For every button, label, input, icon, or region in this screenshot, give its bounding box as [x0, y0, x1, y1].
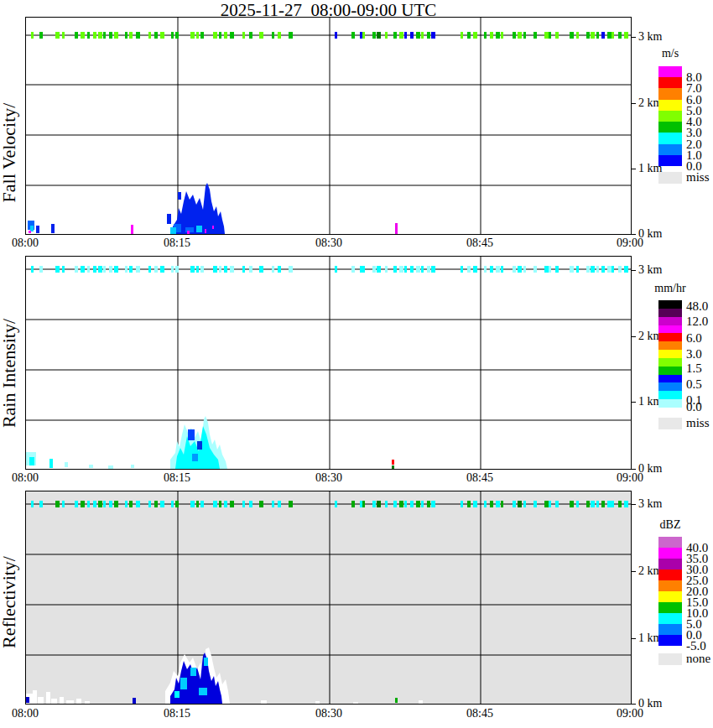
time-tick-label: 08:00 — [12, 471, 39, 485]
echo-tick — [399, 501, 403, 507]
echo-pixel — [76, 699, 81, 704]
echo-tick — [513, 32, 516, 39]
echo-tick — [81, 501, 85, 507]
echo-tick — [624, 501, 628, 507]
time-tick-label: 08:45 — [466, 707, 493, 720]
rain-intensity-echo-shapes — [26, 257, 631, 469]
echo-tick — [87, 501, 90, 507]
colorbar-reflectivity: dBZ 40.035.030.025.020.015.010.05.00.0-5… — [658, 518, 713, 667]
echo-tick — [496, 501, 500, 507]
echo-tick — [224, 266, 227, 273]
echo-tick — [200, 501, 204, 507]
time-tick-label: 08:30 — [315, 707, 342, 720]
echo-pixel — [29, 457, 34, 465]
echo-tick — [518, 266, 522, 273]
echo-tick — [335, 266, 337, 273]
height-tick — [631, 37, 636, 38]
echo-tick — [272, 501, 274, 507]
colorbar-tick-value: 48.0 — [686, 299, 708, 314]
echo-tick — [490, 32, 493, 39]
time-axis-fall-velocity: 08:0008:1508:3008:4509:00 — [25, 237, 632, 250]
echo-pixel — [353, 702, 358, 704]
echo-tick — [75, 501, 78, 507]
colorbar-miss-label: miss — [686, 170, 710, 185]
colorbar-tick-labels: 48.012.06.03.01.50.50.10.0 — [658, 300, 682, 408]
height-tick — [631, 270, 636, 271]
height-tick — [631, 704, 636, 705]
echo-tick — [129, 32, 133, 39]
echo-tick — [259, 32, 263, 39]
echo-tick — [125, 32, 128, 39]
echo-tick — [154, 266, 158, 273]
echo-tick — [484, 32, 487, 39]
echo-pixel — [33, 690, 37, 704]
echo-pixel — [131, 465, 134, 468]
echo-tick — [362, 32, 365, 39]
echo-tick — [249, 32, 252, 39]
echo-tick — [109, 32, 112, 39]
echo-pixel — [108, 465, 113, 469]
colorbar-fall-velocity: m/s 8.07.06.05.04.03.02.01.00.0 miss — [658, 47, 713, 185]
echo-tick — [98, 266, 102, 273]
echo-tick — [416, 266, 420, 273]
echo-tick — [549, 501, 551, 507]
echo-tick — [431, 266, 435, 273]
echo-tick — [490, 266, 493, 273]
echo-tick — [335, 32, 337, 39]
echo-pixel — [167, 214, 171, 224]
height-tick-label: 3 km — [638, 263, 662, 277]
echo-tick — [125, 266, 128, 273]
echo-tick — [467, 501, 471, 507]
echo-tick — [607, 32, 612, 39]
echo-pixel — [190, 668, 196, 676]
echo-tick — [596, 266, 599, 273]
echo-tick — [404, 32, 407, 39]
echo-tick — [39, 501, 43, 507]
echo-tick — [160, 501, 164, 507]
echo-tick — [570, 501, 574, 507]
echo-tick — [289, 501, 293, 507]
time-axis-rain-intensity: 08:0008:1508:3008:4509:00 — [25, 471, 632, 485]
echo-tick — [393, 501, 397, 507]
echo-tick — [351, 32, 355, 39]
echo-tick — [576, 501, 579, 507]
echo-tick — [39, 266, 43, 273]
echo-tick — [523, 266, 526, 273]
echo-tick — [190, 501, 195, 507]
panel-reflectivity: 3 km2 km1 km0 km — [25, 491, 632, 705]
echo-tick — [410, 501, 414, 507]
echo-tick — [416, 501, 420, 507]
height-tick — [631, 402, 636, 403]
time-tick-label: 08:30 — [315, 237, 342, 250]
echo-tick — [230, 32, 234, 39]
echo-tick — [160, 266, 164, 273]
echo-tick — [377, 32, 381, 39]
echo-tick — [278, 266, 281, 273]
echo-tick — [62, 32, 65, 39]
echo-tick — [612, 266, 614, 273]
echo-tick — [410, 266, 414, 273]
echo-tick — [213, 266, 217, 273]
colorbar-tick-labels: 8.07.06.05.04.03.02.01.00.0 — [658, 66, 682, 166]
echo-tick — [461, 32, 463, 39]
echo-tick — [601, 266, 605, 273]
echo-tick — [461, 501, 463, 507]
echo-tick — [549, 266, 551, 273]
colorbar-tick-value: 0.0 — [686, 399, 702, 413]
echo-pixel — [66, 700, 74, 704]
echo-tick — [421, 501, 424, 507]
echo-tick — [190, 266, 195, 273]
echo-tick — [372, 32, 376, 39]
echo-tick — [62, 266, 65, 273]
echo-pixel — [46, 692, 50, 704]
time-tick-label: 08:15 — [164, 237, 190, 250]
echo-tick — [351, 266, 355, 273]
echo-tick — [490, 501, 493, 507]
echo-tick — [259, 266, 263, 273]
echo-tick — [289, 32, 293, 39]
echo-tick — [87, 266, 90, 273]
echo-tick — [98, 501, 102, 507]
echo-tick — [618, 32, 622, 39]
echo-tick — [607, 501, 612, 507]
echo-tick — [171, 501, 174, 507]
